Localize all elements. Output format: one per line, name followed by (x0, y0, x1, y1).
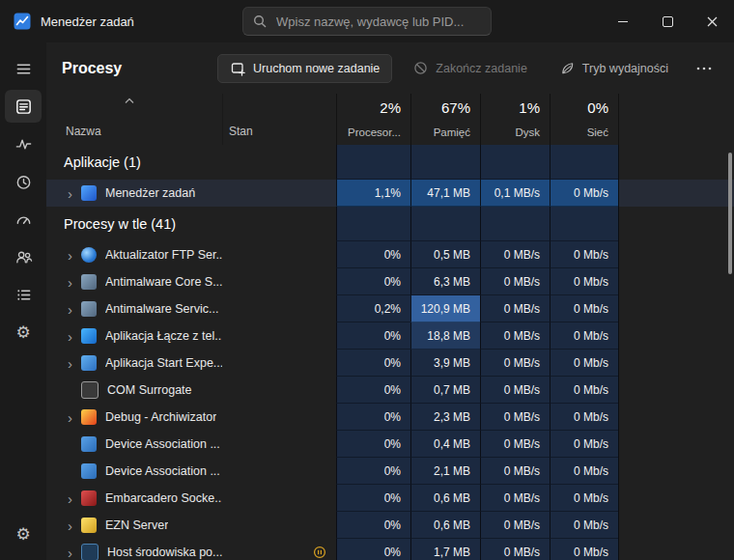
search-input[interactable] (274, 14, 481, 30)
process-name: COM Surrogate (107, 383, 192, 397)
column-header-name[interactable]: Nazwa (46, 94, 222, 145)
net-cell: 0 Mb/s (550, 485, 618, 512)
sidebar-item-settings[interactable]: ⚙ (5, 518, 42, 550)
column-header-network[interactable]: 0% Sieć (550, 94, 618, 145)
table-row[interactable]: › Embarcadero Socke... 0% 0,6 MB 0 MB/s … (46, 485, 734, 512)
sidebar-item-performance[interactable] (5, 127, 42, 160)
minimize-button[interactable] (601, 0, 645, 42)
table-row[interactable]: › Aplikacja Łącze z tel... 0% 18,8 MB 0 … (46, 322, 734, 350)
mem-cell: 6,3 MB (410, 268, 480, 295)
table-row[interactable]: › Antimalware Core S... 0% 6,3 MB 0 MB/s… (46, 268, 734, 295)
table-row[interactable]: › Aplikacja Start Expe... 0% 3,9 MB 0 MB… (46, 350, 734, 377)
process-icon (81, 490, 97, 506)
process-icon (81, 328, 97, 344)
table-row[interactable]: › COM Surrogate 0% 0,7 MB 0 MB/s 0 Mb/s (46, 377, 734, 404)
process-name: Antimalware Servic... (105, 302, 218, 316)
mem-cell: 0,6 MB (410, 485, 480, 512)
net-cell: 0 Mb/s (550, 458, 618, 485)
status-cell (222, 268, 336, 295)
chevron-right-icon[interactable]: › (64, 410, 76, 425)
main-content: Procesy Uruchom nowe zadanie Zakończ zad… (46, 42, 734, 560)
mem-cell: 0,5 MB (410, 241, 480, 268)
sidebar-menu-button[interactable] (5, 52, 42, 85)
processes-toolbar: Procesy Uruchom nowe zadanie Zakończ zad… (46, 42, 734, 94)
window-controls (601, 0, 734, 42)
status-cell (222, 377, 336, 404)
process-name: Embarcadero Socke... (105, 491, 222, 505)
maximize-icon (663, 16, 673, 27)
performance-icon (14, 135, 33, 154)
close-icon (707, 16, 718, 27)
vertical-scrollbar-thumb[interactable] (728, 153, 732, 274)
network-column-label: Sieć (587, 126, 608, 138)
task-manager-app-icon (14, 13, 31, 30)
cpu-cell: 0% (336, 377, 410, 404)
section-row[interactable]: Aplikacje (1) (46, 145, 734, 180)
more-options-button[interactable] (690, 56, 719, 81)
status-cell (222, 485, 336, 512)
header-filler (618, 94, 734, 145)
table-row[interactable]: › EZN Server 0% 0,6 MB 0 MB/s 0 Mb/s (46, 512, 734, 539)
table-row[interactable]: › Menedżer zadań 1,1% 47,1 MB 0,1 MB/s 0… (46, 180, 734, 207)
cpu-cell: 0% (336, 322, 410, 350)
column-header-cpu[interactable]: 2% Procesor... (336, 94, 410, 145)
status-cell (222, 431, 336, 458)
column-header-status[interactable]: Stan (222, 94, 336, 145)
close-button[interactable] (690, 0, 734, 42)
run-new-task-button[interactable]: Uruchom nowe zadanie (217, 54, 392, 83)
end-task-button[interactable]: Zakończ zadanie (402, 55, 539, 81)
chevron-right-icon[interactable]: › (64, 329, 76, 344)
disk-cell: 0,1 MB/s (480, 180, 550, 207)
chevron-right-icon[interactable]: › (64, 248, 76, 263)
process-icon (81, 463, 97, 479)
sidebar-item-users[interactable] (5, 240, 42, 273)
sidebar-item-processes[interactable] (5, 90, 42, 123)
cpu-cell: 0% (336, 539, 410, 560)
table-row[interactable]: › Antimalware Servic... 0,2% 120,9 MB 0 … (46, 295, 734, 322)
chevron-right-icon[interactable]: › (64, 356, 76, 371)
chevron-right-icon[interactable]: › (64, 302, 76, 317)
sidebar-item-startup-apps[interactable] (5, 203, 42, 236)
settings-gear-icon: ⚙ (15, 526, 30, 543)
section-row[interactable]: Procesy w tle (41) (46, 207, 734, 241)
process-name: Menedżer zadań (105, 186, 195, 200)
cpu-cell: 0% (336, 431, 410, 458)
process-icon (81, 436, 97, 452)
status-cell (222, 322, 336, 350)
network-total-percent: 0% (587, 99, 608, 116)
table-row[interactable]: › Debug - Archiwizator 0% 2,3 MB 0 MB/s … (46, 404, 734, 431)
leaf-icon (560, 61, 575, 75)
table-row[interactable]: › Host środowiska po... 0% 1,7 MB 0 MB/s… (46, 539, 734, 560)
process-icon (81, 185, 97, 201)
table-row[interactable]: › Aktualizator FTP Ser... 0% 0,5 MB 0 MB… (46, 241, 734, 268)
chevron-right-icon[interactable]: › (64, 491, 76, 506)
efficiency-mode-button[interactable]: Tryb wydajności (549, 55, 680, 81)
net-cell: 0 Mb/s (550, 268, 618, 295)
table-row[interactable]: › Device Association ... 0% 2,1 MB 0 MB/… (46, 458, 734, 485)
table-row[interactable]: › Device Association ... 0% 0,4 MB 0 MB/… (46, 431, 734, 458)
column-header-disk[interactable]: 1% Dysk (480, 94, 550, 145)
mem-cell: 2,3 MB (410, 404, 480, 431)
net-cell: 0 Mb/s (550, 377, 618, 404)
disk-cell: 0 MB/s (480, 485, 550, 512)
sidebar-item-app-history[interactable] (5, 165, 42, 198)
net-cell: 0 Mb/s (550, 322, 618, 350)
cpu-total-percent: 2% (380, 99, 401, 116)
chevron-right-icon[interactable]: › (64, 518, 76, 533)
sidebar-item-details[interactable] (5, 278, 42, 311)
search-icon (253, 14, 267, 28)
mem-cell: 1,7 MB (410, 539, 480, 560)
disk-cell: 0 MB/s (480, 512, 550, 539)
process-name: Host środowiska po... (107, 546, 222, 559)
chevron-right-icon[interactable]: › (64, 546, 76, 560)
search-box[interactable] (242, 7, 492, 36)
sidebar-item-services[interactable]: ⚙ (5, 316, 42, 349)
net-cell: 0 Mb/s (550, 431, 618, 458)
mem-cell: 120,9 MB (410, 295, 480, 322)
chevron-right-icon[interactable]: › (64, 186, 76, 201)
maximize-button[interactable] (645, 0, 690, 42)
column-header-memory[interactable]: 67% Pamięć (410, 94, 480, 145)
chevron-right-icon[interactable]: › (64, 275, 76, 290)
page-title: Procesy (62, 60, 122, 77)
end-task-label: Zakończ zadanie (436, 62, 527, 75)
